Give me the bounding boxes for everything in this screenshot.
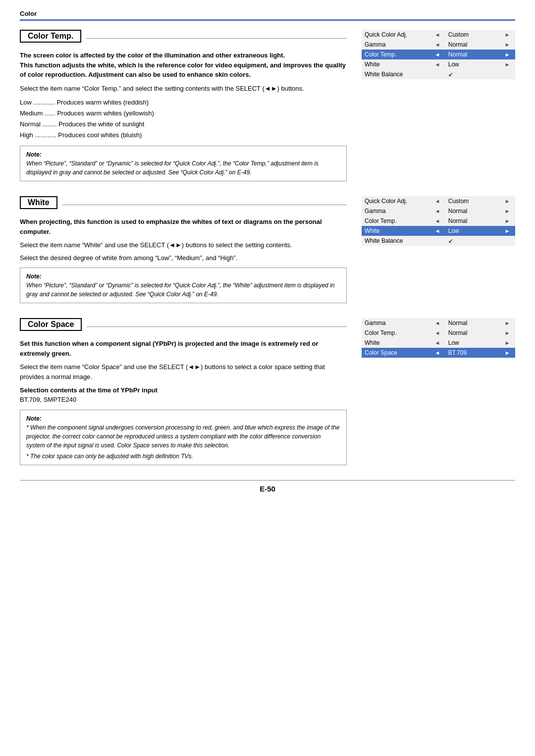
menu-item-value: Custom [445,196,500,206]
menu-arrow-left[interactable]: ◄ [429,226,445,236]
menu-item-label: Gamma [362,318,429,328]
breadcrumb-bar: Color [20,10,515,21]
menu-item-label: Quick Color Adj. [362,196,429,206]
menu-arrow-right[interactable]: ► [500,216,515,226]
note-item-1: * When the component signal undergoes co… [26,423,340,450]
color-temp-bold-intro: The screen color is affected by the colo… [20,51,347,80]
menu-item-label: White [362,338,429,348]
menu-item-value: Low [445,59,500,69]
menu-arrow-right[interactable] [500,69,515,79]
menu-arrow-right[interactable]: ► [500,318,515,328]
menu-arrow-right[interactable]: ► [500,50,515,59]
color-space-subheading: Selection contents at the time of YPbPr … [20,386,347,394]
menu-arrow-right[interactable]: ► [500,40,515,50]
menu-arrow-left[interactable] [429,69,445,79]
menu-item-label: Quick Color Adj. [362,30,429,40]
white-normal1: Select the item name “White” and use the… [20,240,347,250]
white-note: Note: When “Picture”, “Standard” or “Dyn… [20,268,347,303]
menu-item-label: Color Temp. [362,216,429,226]
menu-arrow-right[interactable]: ► [500,338,515,348]
menu-arrow-right[interactable]: ► [500,196,515,206]
section-color-space: Color Space Set this function when a com… [20,318,515,465]
menu-arrow-left[interactable]: ◄ [429,348,445,358]
note-item-2: * The color space can only be adjusted w… [26,452,340,461]
list-item: Low ............ Produces warm whites (r… [20,97,347,108]
menu-arrow-left[interactable]: ◄ [429,50,445,59]
menu-item-value: Normal [445,50,500,59]
breadcrumb: Color [20,10,37,17]
section-white: White When projecting, this function is … [20,196,515,303]
menu-item-label: White [362,59,429,69]
section-menu-color-space: Gamma◄Normal►Color Temp.◄Normal►White◄Lo… [362,318,515,358]
menu-arrow-left[interactable]: ◄ [429,338,445,348]
section-menu-color-temp: Quick Color Adj.◄Custom►Gamma◄Normal►Col… [362,30,515,79]
white-bold-intro: When projecting, this function is used t… [20,217,347,236]
section-title-white: White [20,196,57,209]
menu-arrow-right[interactable]: ► [500,348,515,358]
menu-item-label: White Balance [362,69,429,79]
menu-item-label: Color Temp. [362,328,429,338]
menu-arrow-left[interactable]: ◄ [429,196,445,206]
menu-arrow-left[interactable]: ◄ [429,40,445,50]
menu-item-label: Gamma [362,206,429,216]
menu-arrow-left[interactable]: ◄ [429,318,445,328]
menu-item-label: Color Space [362,348,429,358]
section-content-color-space: Color Space Set this function when a com… [20,318,362,465]
menu-item-value: Normal [445,216,500,226]
menu-arrow-left[interactable]: ◄ [429,59,445,69]
menu-item-value: Low [445,338,500,348]
section-title-color-space: Color Space [20,318,82,331]
menu-item-label: White [362,226,429,236]
section-color-temp: Color Temp. The screen color is affected… [20,30,515,181]
menu-arrow-right[interactable]: ► [500,30,515,40]
menu-item-value: Normal [445,318,500,328]
menu-arrow-left[interactable]: ◄ [429,216,445,226]
menu-item-value: ↙ [445,236,500,246]
white-normal2: Select the desired degree of white from … [20,253,347,263]
menu-item-value: Normal [445,328,500,338]
menu-arrow-left[interactable]: ◄ [429,206,445,216]
menu-item-value: Normal [445,206,500,216]
page-number: E-50 [260,485,275,493]
menu-item-value: BT.709 [445,348,500,358]
menu-arrow-left[interactable]: ◄ [429,328,445,338]
menu-table-white: Quick Color Adj.◄Custom►Gamma◄Normal►Col… [362,196,515,246]
color-space-sub-text: BT.709, SMPTE240 [20,395,347,405]
color-space-note: Note: * When the component signal underg… [20,410,347,465]
menu-arrow-right[interactable]: ► [500,206,515,216]
menu-item-value: Normal [445,40,500,50]
menu-item-label: Gamma [362,40,429,50]
menu-arrow-right[interactable]: ► [500,226,515,236]
list-item: High ............ Produces cool whites (… [20,130,347,141]
menu-item-label: Color Temp. [362,50,429,59]
section-content-color-temp: Color Temp. The screen color is affected… [20,30,362,181]
menu-item-value: Low [445,226,500,236]
menu-arrow-left[interactable]: ◄ [429,30,445,40]
menu-item-value: ↙ [445,69,500,79]
color-space-bold-intro: Set this function when a component signa… [20,339,347,358]
color-temp-list: Low ............ Produces warm whites (r… [20,97,347,141]
list-item: Normal ........ Produces the white of su… [20,119,347,130]
menu-arrow-right[interactable] [500,236,515,246]
menu-item-label: White Balance [362,236,429,246]
menu-arrow-right[interactable]: ► [500,59,515,69]
color-temp-normal1: Select the item name “Color Temp.” and s… [20,84,347,94]
menu-item-value: Custom [445,30,500,40]
section-content-white: White When projecting, this function is … [20,196,362,303]
menu-table-color-space: Gamma◄Normal►Color Temp.◄Normal►White◄Lo… [362,318,515,358]
color-space-normal1: Select the item name “Color Space” and u… [20,362,347,381]
menu-arrow-left[interactable] [429,236,445,246]
menu-arrow-right[interactable]: ► [500,328,515,338]
color-temp-note: Note: When “Picture”, “Standard” or “Dyn… [20,146,347,181]
list-item: Medium ...... Produces warm whites (yell… [20,108,347,119]
section-menu-white: Quick Color Adj.◄Custom►Gamma◄Normal►Col… [362,196,515,246]
menu-table-color-temp: Quick Color Adj.◄Custom►Gamma◄Normal►Col… [362,30,515,79]
page-bottom: E-50 [20,480,515,493]
page: Color Color Temp. The screen color is af… [0,0,535,756]
section-title-color-temp: Color Temp. [20,30,81,43]
